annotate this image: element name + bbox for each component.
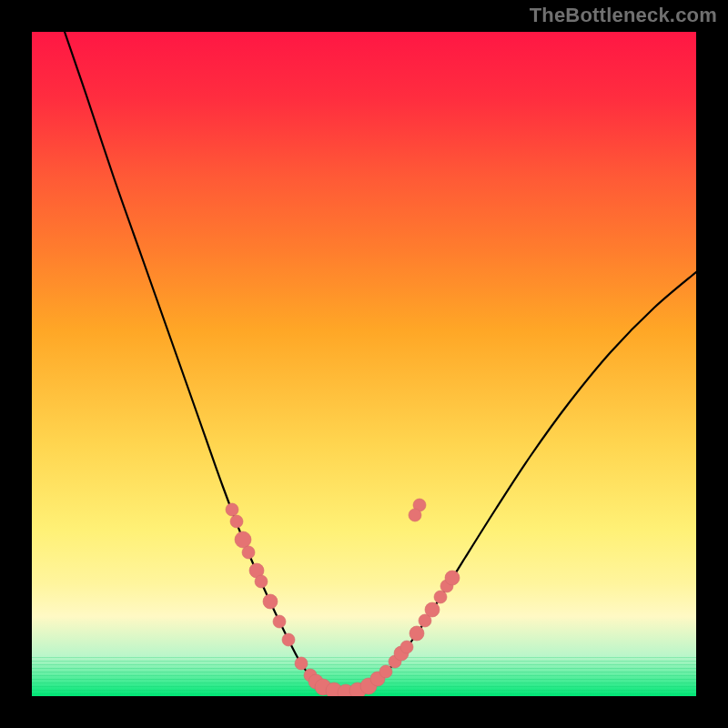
data-point [263,594,278,609]
data-point [226,503,238,516]
data-point [425,602,440,617]
bottleneck-curve [65,32,696,693]
data-point [235,531,251,548]
data-point [379,665,392,678]
data-point [230,515,243,528]
data-point [255,575,268,588]
data-point [295,657,308,670]
data-point [434,591,447,603]
data-markers [226,499,460,696]
data-point [400,641,413,653]
data-point [409,509,421,521]
data-point [282,633,295,646]
plot-area [32,32,696,696]
curve-svg [32,32,696,696]
data-point [445,571,460,585]
data-point [410,626,424,641]
chart-frame: TheBottleneck.com [0,0,728,728]
data-point [242,546,255,559]
data-point [273,615,286,628]
watermark-text: TheBottleneck.com [530,4,717,27]
